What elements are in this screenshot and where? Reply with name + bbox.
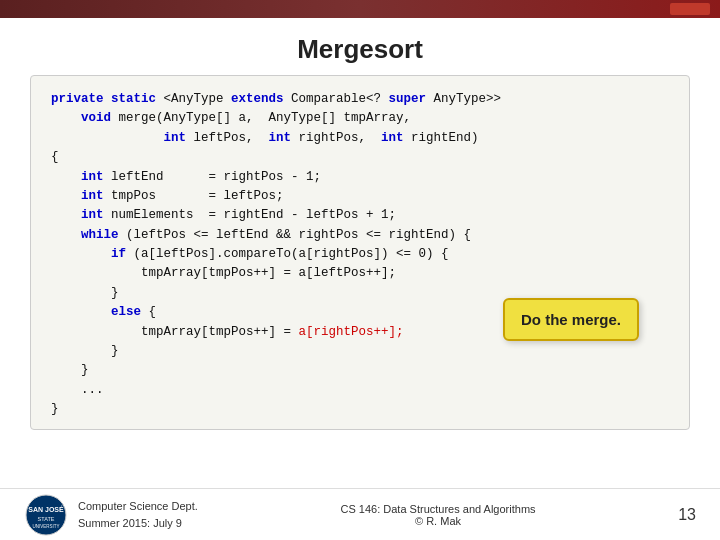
code-line-11: if (a[leftPos].compareTo(a[rightPos]) <=… [51, 245, 669, 264]
code-line-2: void merge(AnyType[] a, AnyType[] tmpArr… [51, 109, 669, 128]
svg-point-0 [26, 495, 66, 535]
footer: SAN JOSÉ STATE UNIVERSITY Computer Scien… [0, 488, 720, 540]
code-line-12: tmpArray[tmpPos++] = a[leftPos++]; [51, 264, 669, 283]
code-line-3: int leftPos, int rightPos, int rightEnd) [51, 129, 669, 148]
code-line-10: while (leftPos <= leftEnd && rightPos <=… [51, 226, 669, 245]
svg-text:STATE: STATE [38, 516, 55, 522]
footer-date: Summer 2015: July 9 [78, 515, 198, 532]
code-line-20: } [51, 400, 669, 419]
code-line-8: int numElements = rightEnd - leftPos + 1… [51, 206, 669, 225]
footer-left: SAN JOSÉ STATE UNIVERSITY Computer Scien… [24, 493, 198, 537]
code-line-19: ... [51, 381, 669, 400]
svg-text:SAN JOSÉ: SAN JOSÉ [28, 505, 64, 513]
code-container: private static <AnyType extends Comparab… [30, 75, 690, 430]
code-line-7: int tmpPos = leftPos; [51, 187, 669, 206]
code-line-17: } [51, 361, 669, 380]
annotation-bubble: Do the merge. [503, 298, 639, 341]
footer-dept-info: Computer Science Dept. Summer 2015: July… [78, 498, 198, 531]
code-line-4: { [51, 148, 669, 167]
page-title: Mergesort [0, 18, 720, 75]
footer-center: CS 146: Data Structures and Algorithms ©… [341, 503, 536, 527]
footer-course: CS 146: Data Structures and Algorithms [341, 503, 536, 515]
code-line-1: private static <AnyType extends Comparab… [51, 90, 669, 109]
footer-dept: Computer Science Dept. [78, 498, 198, 515]
code-line-6: int leftEnd = rightPos - 1; [51, 168, 669, 187]
svg-text:UNIVERSITY: UNIVERSITY [32, 524, 59, 529]
footer-page-number: 13 [678, 506, 696, 524]
top-bar [0, 0, 720, 18]
code-line-16: } [51, 342, 669, 361]
top-bar-accent [670, 3, 710, 15]
footer-credit: © R. Mak [341, 515, 536, 527]
sjsu-logo-icon: SAN JOSÉ STATE UNIVERSITY [24, 493, 68, 537]
